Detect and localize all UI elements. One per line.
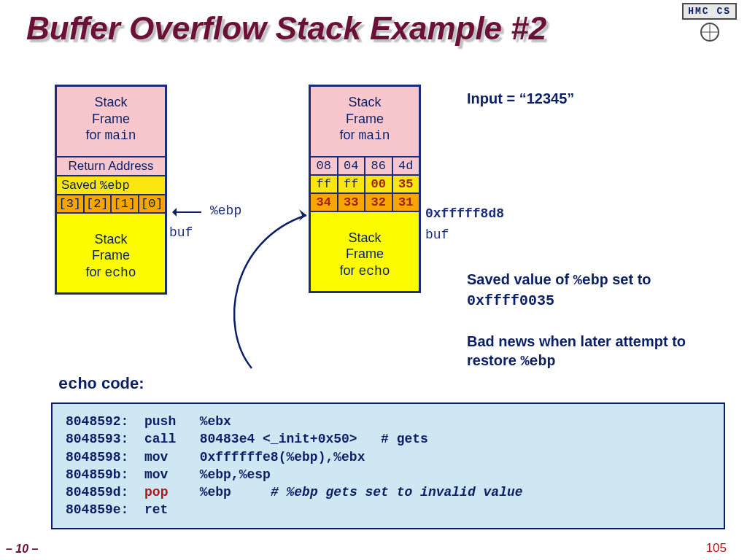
right-header-code: main [358, 128, 390, 143]
left-saved-reg: %ebp [100, 179, 130, 192]
left-header-code: main [104, 128, 136, 143]
left-saved-label: Saved [61, 178, 100, 192]
code-l6: 804859e: ret [66, 502, 168, 517]
right-sav-b2: 00 [365, 176, 393, 192]
buf-pointer-label: buf [169, 225, 193, 240]
assembly-code-block: 8048592: push %ebx 8048593: call 80483e4… [51, 402, 725, 529]
code-l5-op: pop [144, 485, 168, 499]
bad-news-annotation: Bad news when later attempt to restore %… [467, 332, 729, 371]
left-footer-code: echo [104, 265, 136, 280]
left-buf-grid: [3] [2] [1] [0] [57, 195, 165, 214]
left-return-address: Return Address [57, 158, 165, 176]
bad-news-reg: %ebp [520, 353, 555, 370]
left-stack-frame-echo: StackFramefor echo [57, 214, 165, 293]
code-caption-echo: echo [58, 376, 97, 394]
code-l2: 8048593: call 80483e4 <_init+0x50> # get… [66, 432, 428, 446]
saved-ann-2: set to [608, 271, 651, 287]
code-l5-cmt: # %ebp gets set to invalid value [271, 485, 523, 499]
right-ret-b1: 04 [338, 158, 366, 174]
code-l3: 8048598: mov 0xffffffe8(%ebp),%ebx [66, 450, 365, 464]
right-ret-b3: 4d [393, 158, 419, 174]
left-stack: StackFramefor main Return Address Saved … [55, 85, 167, 295]
logo-wheel-icon [700, 23, 719, 42]
right-buf-label: buf [425, 228, 449, 242]
right-ret-b0: 08 [311, 158, 338, 174]
code-caption-word: code: [97, 374, 144, 392]
ebp-arrow-icon [175, 211, 201, 213]
saved-ann-1: Saved value of [467, 271, 573, 287]
right-sav-b3: 35 [393, 176, 419, 192]
code-l5a: 804859d: [66, 485, 144, 499]
logo-text: HMC CS [682, 3, 737, 20]
saved-ann-hex: 0xffff0035 [467, 292, 554, 309]
left-buf-cell-3: [3] [57, 195, 85, 212]
right-buf-b3: 31 [393, 194, 419, 211]
left-saved-ebp: Saved %ebp [57, 176, 165, 195]
curved-arrow-icon [219, 182, 365, 379]
page-number-left: – 10 – [6, 542, 38, 556]
bad-news-text: Bad news when later attempt to restore [467, 333, 686, 368]
left-buf-cell-2: [2] [85, 195, 112, 212]
saved-ann-reg: %ebp [573, 272, 608, 289]
page-number-right: 105 [706, 541, 727, 556]
right-stack-frame-main: StackFramefor main [311, 87, 419, 158]
code-l1: 8048592: push %ebx [66, 414, 231, 429]
code-l5b: %ebp [168, 485, 270, 499]
input-annotation: Input = “12345” [467, 90, 574, 107]
right-return-row: 08 04 86 4d [311, 158, 419, 176]
left-buf-cell-1: [1] [112, 195, 139, 212]
right-buf-b2: 32 [365, 194, 393, 211]
hmc-cs-logo: HMC CS [682, 3, 737, 42]
code-l4: 804859b: mov %ebp,%esp [66, 467, 271, 482]
page-title: Buffer Overflow Stack Example #2 [26, 10, 546, 47]
saved-annotation: Saved value of %ebp set to 0xffff0035 [467, 270, 715, 311]
right-ret-b2: 86 [365, 158, 393, 174]
right-saved-hex: 0xfffff8d8 [425, 206, 504, 221]
left-buf-cell-0: [0] [139, 195, 166, 212]
code-caption: echo code: [58, 374, 144, 394]
left-stack-frame-main: StackFramefor main [57, 87, 165, 158]
